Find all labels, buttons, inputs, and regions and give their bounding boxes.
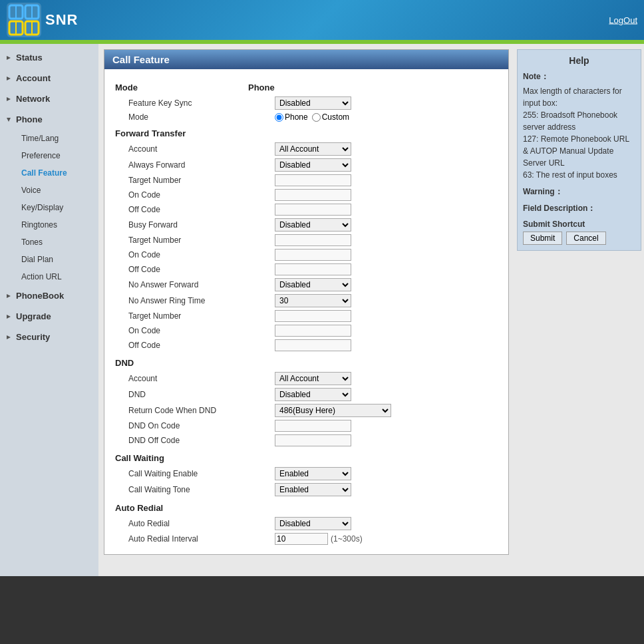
call-feature-panel: Call Feature Mode Phone Feature Key Sync — [104, 49, 509, 555]
svg-marker-12 — [7, 118, 11, 122]
sidebar-item-preference[interactable]: Preference — [16, 147, 98, 164]
logo-icon — [7, 3, 41, 37]
cancel-shortcut-button[interactable]: Cancel — [566, 232, 605, 245]
always-forward-select[interactable]: DisabledEnabled — [275, 158, 351, 172]
bf-offcode-row: Off Code — [115, 263, 498, 275]
ft-account-label: Account — [128, 144, 275, 154]
sidebar-item-ringtones[interactable]: Ringtones — [16, 216, 98, 234]
af-oncode-input[interactable] — [275, 189, 351, 201]
ar-interval-input[interactable] — [275, 533, 328, 545]
phone-radio[interactable] — [275, 113, 283, 122]
logo: SNR — [7, 3, 78, 37]
ft-account-row: Account All AccountAccount 1Account 2 — [115, 142, 498, 156]
na-target-row: Target Number — [115, 310, 498, 322]
na-oncode-input[interactable] — [275, 325, 351, 337]
dnd-off-code-input[interactable] — [275, 434, 351, 446]
help-box: Help Note： Max length of characters for … — [517, 49, 641, 251]
submit-shortcut-button[interactable]: Submit — [523, 232, 562, 245]
dnd-return-code-select[interactable]: 486(Busy Here) 404(Not Found) 480(Tempor… — [275, 404, 391, 417]
af-oncode-label: On Code — [128, 190, 275, 200]
phone-section-title: Phone — [248, 82, 498, 92]
sidebar-item-phone[interactable]: Phone — [0, 109, 98, 130]
ar-label: Auto Redial — [128, 519, 275, 528]
custom-radio[interactable] — [312, 113, 321, 122]
af-target-input[interactable] — [275, 174, 351, 186]
cw-enable-select[interactable]: DisabledEnabled — [275, 467, 351, 480]
svg-rect-0 — [7, 3, 41, 37]
cw-enable-input: DisabledEnabled — [275, 467, 498, 480]
na-target-input[interactable] — [275, 310, 351, 322]
dnd-off-code-label: DND Off Code — [128, 436, 275, 445]
arrow-down-icon — [5, 116, 12, 123]
na-ring-time-select[interactable]: 152025303540 — [275, 294, 351, 307]
sidebar-item-key-display[interactable]: Key/Display — [16, 199, 98, 216]
svg-marker-11 — [7, 97, 11, 101]
call-feature-header: Call Feature — [104, 50, 508, 69]
bf-target-label: Target Number — [128, 236, 275, 245]
sidebar-item-action-url[interactable]: Action URL — [16, 268, 98, 285]
dnd-row: DND DisabledEnabled — [115, 388, 498, 401]
sidebar-item-dial-plan[interactable]: Dial Plan — [16, 251, 98, 268]
af-offcode-row: Off Code — [115, 204, 498, 216]
af-target-label: Target Number — [128, 176, 275, 185]
busy-forward-select[interactable]: DisabledEnabled — [275, 218, 351, 232]
feature-key-sync-select[interactable]: Disabled Enabled — [275, 96, 351, 110]
warning-title: Warning： — [523, 186, 635, 198]
note-title: Note： — [523, 71, 635, 82]
content-area: Call Feature Mode Phone Feature Key Sync — [98, 44, 514, 576]
na-ring-time-label: No Answer Ring Time — [128, 296, 275, 305]
feature-key-sync-label: Feature Key Sync — [128, 98, 275, 108]
custom-radio-label[interactable]: Custom — [312, 112, 349, 122]
bf-oncode-label: On Code — [128, 250, 275, 259]
sidebar-item-tones[interactable]: Tones — [16, 234, 98, 251]
sidebar-section-network: Network — [0, 88, 98, 109]
always-forward-row: Always Forward DisabledEnabled — [115, 158, 498, 172]
dnd-return-code-input: 486(Busy Here) 404(Not Found) 480(Tempor… — [275, 404, 498, 417]
bf-oncode-input[interactable] — [275, 249, 351, 261]
sidebar-item-upgrade[interactable]: Upgrade — [0, 306, 98, 327]
submit-shortcut-title: Submit Shortcut — [523, 220, 635, 229]
sidebar-item-network[interactable]: Network — [0, 88, 98, 109]
na-forward-select[interactable]: DisabledEnabled — [275, 278, 351, 291]
sidebar-item-account[interactable]: Account — [0, 68, 98, 88]
note-content: Max length of characters for input box: … — [523, 85, 635, 181]
sidebar-item-phonebook[interactable]: PhoneBook — [0, 285, 98, 306]
busy-forward-input: DisabledEnabled — [275, 218, 498, 232]
phone-radio-label[interactable]: Phone — [275, 112, 308, 122]
help-panel: Help Note： Max length of characters for … — [514, 44, 644, 576]
na-oncode-row: On Code — [115, 325, 498, 337]
na-forward-label: No Answer Forward — [128, 280, 275, 289]
na-offcode-label: Off Code — [128, 341, 275, 350]
arrow-right-icon — [5, 313, 12, 320]
always-forward-input: DisabledEnabled — [275, 158, 498, 172]
cw-tone-input: DisabledEnabled — [275, 483, 498, 496]
sidebar-section-phone: Phone Time/Lang Preference Call Feature … — [0, 109, 98, 285]
af-offcode-input[interactable] — [275, 204, 351, 216]
dnd-account-select[interactable]: All AccountAccount 1 — [275, 372, 351, 385]
cw-tone-select[interactable]: DisabledEnabled — [275, 483, 351, 496]
dnd-select[interactable]: DisabledEnabled — [275, 388, 351, 401]
bf-target-input[interactable] — [275, 234, 351, 246]
ft-account-select[interactable]: All AccountAccount 1Account 2 — [275, 142, 351, 156]
na-oncode-label: On Code — [128, 326, 275, 335]
na-offcode-row: Off Code — [115, 339, 498, 351]
ar-select[interactable]: DisabledEnabled — [275, 517, 351, 530]
svg-marker-10 — [7, 77, 11, 80]
af-oncode-row: On Code — [115, 189, 498, 201]
busy-forward-row: Busy Forward DisabledEnabled — [115, 218, 498, 232]
sidebar-item-status[interactable]: Status — [0, 47, 98, 68]
field-desc-title: Field Description： — [523, 203, 635, 214]
svg-marker-9 — [7, 56, 11, 60]
logo-text: SNR — [45, 11, 78, 29]
sidebar-item-security[interactable]: Security — [0, 327, 98, 347]
logout-area: LogOut — [609, 15, 637, 25]
bf-offcode-input[interactable] — [275, 263, 351, 275]
na-offcode-input[interactable] — [275, 339, 351, 351]
bf-target-row: Target Number — [115, 234, 498, 246]
dnd-on-code-input[interactable] — [275, 420, 351, 432]
sidebar-item-call-feature[interactable]: Call Feature — [16, 164, 98, 182]
logout-button[interactable]: LogOut — [609, 15, 637, 25]
sidebar-item-voice[interactable]: Voice — [16, 182, 98, 199]
sidebar-item-time-lang[interactable]: Time/Lang — [16, 130, 98, 147]
mode-field-row: Mode Phone Custom — [115, 112, 498, 122]
